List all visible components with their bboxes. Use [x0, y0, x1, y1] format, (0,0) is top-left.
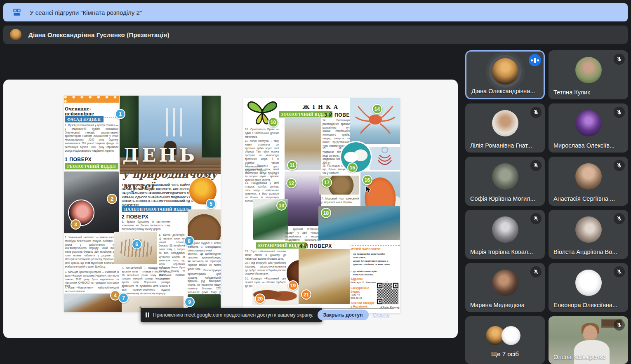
- share-message: Приложению meet.google.com предоставлен …: [153, 312, 313, 318]
- mouse-cursor: [365, 186, 372, 195]
- magazine-item-2: 2. Унікальний експонат — нижня частина с…: [65, 236, 119, 268]
- shared-screen-area: ✽ ✽ ✽ ✽ ✽ ✽ ✽ ✽ Очевидне-неймовірне ФАСА…: [3, 80, 458, 338]
- building-column: [173, 108, 175, 136]
- magazine-masthead: ЖІНКА: [303, 104, 341, 110]
- ornament-strip: ✽ ✽ ✽ ✽ ✽ ✽ ✽ ✽: [64, 96, 119, 103]
- page-number: 17: [396, 307, 399, 310]
- tree-right: [202, 96, 221, 157]
- number-badge: 1: [115, 109, 125, 119]
- number-badge: 2: [107, 194, 117, 204]
- avatar: [575, 163, 602, 190]
- magazine-item-17: 17. Морський чорт занесений до Червоної …: [320, 197, 359, 204]
- overflow-count-label: Ще 7 осіб: [465, 350, 545, 357]
- magazine-item-20: 20. Плід стеркулії, або тропічного кашта…: [245, 261, 286, 276]
- magazine-item-14: 14. Експозиція ракоподібних вражає розма…: [323, 119, 350, 148]
- participant-tile-diana[interactable]: Діана Олександрівна...: [465, 50, 545, 99]
- necklace-sketch-photo: [370, 147, 400, 170]
- pause-icon: [146, 312, 149, 317]
- avatar: [575, 110, 602, 136]
- stop-sharing-button[interactable]: Закрыть доступ: [318, 310, 369, 320]
- participant-name: Софія Юріївна Могил...: [470, 195, 535, 202]
- number-badge: 5: [206, 199, 216, 209]
- mic-muted-icon: [530, 160, 542, 171]
- participant-tile[interactable]: Мирослава Олексіїв...: [549, 103, 628, 153]
- number-badge: 20: [255, 294, 265, 304]
- magazine-item-7: 7. Кит-цетотерій — пращур сучасних вусат…: [122, 266, 170, 296]
- breakout-room-banner: У сеансі підгрупи "Кімната розподілу 2": [3, 3, 628, 21]
- presenter-name: Діана Олександрівна Гусленко (Презентаці…: [28, 31, 170, 38]
- avatar: [492, 58, 518, 85]
- number-badge: 9: [184, 297, 195, 307]
- participant-tile[interactable]: Марія Ігорівна Ковал...: [465, 210, 545, 259]
- mic-muted-icon: [614, 54, 625, 65]
- breakout-room-banner-text: У сеансі підгрупи "Кімната розподілу 2": [30, 9, 142, 16]
- participant-tile[interactable]: Анастасія Сергіївна ...: [549, 157, 628, 206]
- mammoth-bone-hut-photo: [188, 209, 221, 240]
- building-column: [166, 108, 168, 136]
- building-column: [180, 108, 182, 136]
- magazine-left-page: ✽ ✽ ✽ ✽ ✽ ✽ ✽ ✽ Очевидне-неймовірне ФАСА…: [64, 96, 221, 312]
- mic-muted-icon: [530, 213, 542, 224]
- number-badge: 10: [268, 117, 278, 127]
- speaking-indicator-icon: [529, 54, 541, 66]
- number-badge: 11: [287, 160, 297, 170]
- magazine-item-8: 8. Каркас будівлі з кісток мамонта з Меж…: [188, 242, 221, 271]
- magazine-item-19: 19. Горіх сейшельської пальми може сягат…: [245, 250, 286, 261]
- avatar: [575, 216, 602, 243]
- participant-name: Віолета Андріївна Во...: [553, 249, 617, 255]
- number-badge: 17: [322, 177, 332, 188]
- participant-name: Мирослава Олексіїв...: [553, 142, 615, 149]
- museum-invite-box: МУЗЕЙ ЗАПРОШУЄ: на традиційні екскурсійн…: [351, 245, 400, 305]
- mic-muted-icon: [614, 213, 625, 224]
- number-badge: 21: [301, 289, 311, 300]
- presenter-avatar: [10, 29, 21, 40]
- participant-name: Анастасія Сергіївна ...: [553, 195, 615, 202]
- number-badge: 6: [132, 239, 142, 249]
- floor-4-heading: 4-Й ПОВЕРХ: [299, 243, 332, 249]
- invite-title: МУЗЕЙ ЗАПРОШУЄ:: [351, 247, 381, 251]
- magazine-item-5: 5. Зразки бурштину із застиглими комахам…: [122, 220, 170, 231]
- avatar: [492, 110, 518, 136]
- mic-muted-icon: [614, 107, 625, 118]
- participant-tile[interactable]: Софія Юріївна Могил...: [465, 157, 545, 206]
- number-badge: 8: [184, 236, 194, 246]
- invite-bullet: до міні-планетарію ATMASFERA360.: [351, 270, 397, 276]
- footer-rule: [322, 308, 394, 309]
- number-badge: 16: [362, 175, 372, 185]
- mic-muted-icon: [614, 319, 625, 331]
- number-badge: 12: [286, 178, 297, 188]
- botany-section-label: БОТАНІЧНИЙ ВІДДІЛ: [256, 242, 306, 249]
- screen-share-bar: Приложению meet.google.com предоставлен …: [141, 308, 322, 322]
- number-badge: 13: [276, 200, 287, 211]
- phone-number: 235-62-66: [351, 296, 362, 300]
- participant-tile[interactable]: Віолета Андріївна Во...: [549, 210, 628, 259]
- participant-tile[interactable]: Тетяна Кулик: [549, 50, 628, 99]
- participant-tile[interactable]: Лілія Романівна Гнат...: [465, 103, 545, 153]
- presenter-bar[interactable]: Діана Олександрівна Гусленко (Презентаці…: [3, 26, 628, 44]
- magazine-subtitle: у природничому музеї: [122, 168, 221, 192]
- participant-name: Марина Медведєва: [470, 302, 525, 308]
- breakout-rooms-icon: [12, 8, 21, 17]
- participant-name: Лілія Романівна Гнат...: [470, 142, 532, 149]
- overflow-participants-tile[interactable]: Ще 7 осіб: [465, 316, 545, 364]
- participant-tile-video[interactable]: Олена Казіміренко: [549, 316, 628, 364]
- number-badge: 15: [347, 162, 358, 173]
- geology-section-label: ГЕОЛОГІЧНИЙ ВІДДІЛ: [65, 163, 118, 169]
- avatar: [575, 270, 602, 296]
- number-badge: 18: [321, 208, 331, 218]
- address-label: Адреса:: [351, 277, 363, 281]
- invite-bullet: на традиційні екскурсійні програми;: [351, 252, 397, 259]
- mic-muted-icon: [530, 107, 542, 118]
- avatar: [492, 163, 518, 190]
- person-video: [574, 340, 610, 364]
- hide-share-bar-link[interactable]: Скрыть: [373, 312, 390, 318]
- avatar: [502, 326, 520, 345]
- avatar: [492, 270, 518, 296]
- participant-name: Діана Олександрівна...: [471, 88, 535, 94]
- magazine-main-title: ДЕНЬ: [122, 144, 198, 166]
- participant-tile[interactable]: Елеонора Олексіївна...: [549, 263, 628, 312]
- participant-tile[interactable]: Марина Медведєва: [465, 263, 545, 312]
- qr-code: [376, 282, 399, 305]
- avatar: [492, 216, 518, 243]
- mic-muted-icon: [614, 266, 625, 277]
